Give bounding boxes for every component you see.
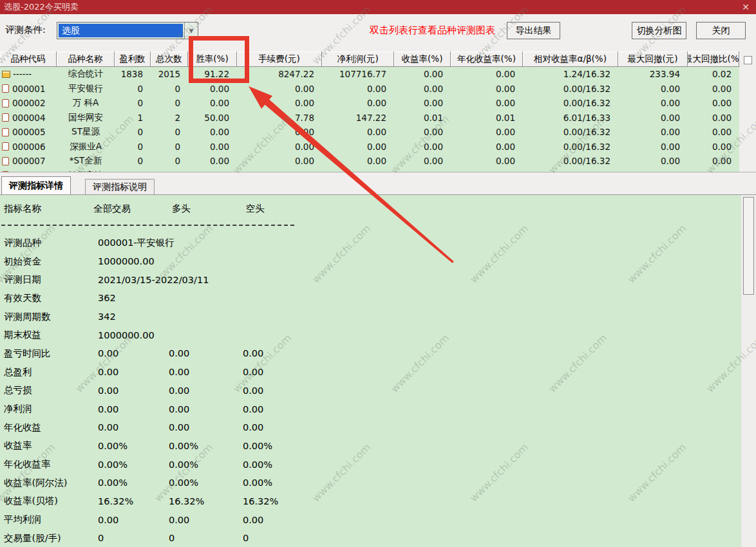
detail-row-label: 总盈利 — [0, 366, 93, 378]
table-cell: 7.78 — [237, 111, 322, 125]
close-button[interactable]: 关闭 — [696, 22, 746, 39]
detail-value: 0.00 — [238, 422, 309, 432]
detail-value: 0.00% — [93, 441, 164, 451]
tab-indicator-description[interactable]: 评测指标说明 — [85, 179, 155, 194]
detail-value: 0.00% — [164, 441, 238, 451]
table-cell: 233.94 — [618, 67, 688, 82]
detail-value: 0.00 — [238, 348, 309, 358]
table-cell: 0.00 — [237, 82, 322, 97]
table-cell: 0 — [115, 140, 151, 154]
vertical-scrollbar[interactable] — [741, 195, 756, 547]
detail-row-label: 年化收益 — [0, 422, 93, 434]
detail-value: 1000000.00 — [93, 256, 155, 266]
detail-row-label: 期末权益 — [0, 329, 93, 341]
table-cell: 0.00 — [618, 125, 688, 140]
window-title: 选股-2022今买明卖 — [4, 2, 79, 12]
table-cell: 0.00 — [237, 154, 322, 169]
table-cell: 0.00 — [237, 96, 322, 111]
column-header[interactable]: 品种名称 — [57, 51, 115, 67]
detail-value: 0 — [164, 533, 238, 543]
detail-value: 0.00% — [238, 459, 309, 470]
detail-value: 0.00% — [238, 477, 309, 488]
detail-row-label: 评测品种 — [0, 237, 93, 249]
column-header[interactable]: 品种代码 — [0, 51, 57, 67]
column-header[interactable]: 总次数 — [151, 51, 188, 67]
document-icon — [2, 84, 9, 93]
table-cell: 0 — [151, 140, 188, 154]
column-header[interactable]: 胜率(%) — [188, 51, 237, 67]
detail-value: 0 — [238, 533, 309, 543]
detail-row-label: 初始资金 — [0, 255, 93, 268]
table-cell: 国华网安 — [57, 111, 115, 125]
column-header[interactable]: 最大回撤(元) — [618, 51, 688, 67]
detail-row: 收益率0.00%0.00%0.00% — [0, 437, 741, 456]
table-row[interactable]: 000001平安银行000.000.000.000.000.000.00/16.… — [0, 82, 739, 97]
table-cell: 91.22 — [188, 67, 237, 82]
detail-value: 0.00 — [93, 404, 164, 414]
detail-row: 评测日期2021/03/15-2022/03/11 — [0, 270, 741, 289]
detail-header-row: 指标名称全部交易多头空头 — [0, 203, 741, 215]
detail-row-label: 盈亏时间比 — [0, 348, 93, 360]
table-cell: 1 — [115, 111, 151, 125]
table-row[interactable]: 000006深振业A000.000.000.000.000.000.00/16.… — [0, 140, 739, 154]
table-cell: *ST全新 — [57, 154, 115, 169]
table-cell: 147.22 — [322, 111, 394, 125]
detail-row-label: 净利润 — [0, 403, 93, 415]
export-results-button[interactable]: 导出结果 — [507, 22, 560, 39]
switch-analysis-chart-button[interactable]: 切换分析图 — [632, 22, 686, 39]
column-header[interactable]: 净利润(元) — [322, 51, 394, 67]
table-row[interactable]: 000005ST星源000.000.000.000.000.000.00/16.… — [0, 125, 739, 140]
table-row[interactable]: ------综合统计1838201591.228247.22107716.770… — [0, 67, 739, 82]
detail-value: 0.00% — [164, 459, 238, 470]
column-header[interactable]: 最大回撤比(%) — [688, 51, 739, 67]
detail-value: 0.00 — [93, 422, 164, 432]
table-cell: 0.00 — [188, 82, 237, 97]
column-config-checkbox[interactable] — [744, 56, 752, 64]
table-cell: 0.00 — [451, 125, 523, 140]
scrollbar-thumb[interactable] — [743, 197, 754, 295]
table-row[interactable]: 000004国华网安1250.007.78147.220.010.016.01/… — [0, 111, 739, 125]
window-close-icon[interactable]: ✕ — [742, 0, 750, 14]
detail-value: 0.00 — [93, 515, 164, 525]
detail-value: 2021/03/15-2022/03/11 — [93, 275, 209, 285]
chevron-down-icon[interactable]: ▼ — [184, 23, 198, 39]
table-cell: 0 — [151, 96, 188, 111]
column-header[interactable]: 相对收益率α/β(%) — [523, 51, 618, 67]
table-cell: 0.00/16.32 — [523, 154, 618, 169]
table-cell: 0.00 — [394, 96, 451, 111]
tab-indicator-details[interactable]: 评测指标详情 — [1, 176, 71, 194]
detail-value: 1000000.00 — [93, 330, 155, 340]
detail-value: 0.00 — [164, 422, 238, 432]
column-header[interactable]: 盈利数 — [115, 51, 151, 67]
detail-row: 交易量(股/手)000 — [0, 529, 741, 547]
condition-combobox[interactable]: 选股 ▼ — [57, 22, 198, 39]
table-cell: 0.00 — [237, 125, 322, 140]
document-icon — [2, 113, 9, 122]
table-cell: 0.01 — [451, 111, 523, 125]
detail-row: 评测周期数342 — [0, 308, 741, 326]
table-row[interactable]: 000007*ST全新000.000.000.000.000.000.00/16… — [0, 154, 739, 169]
table-cell: 深振业A — [57, 140, 115, 154]
code-text: 000002 — [12, 98, 46, 108]
detail-row-label: 收益率(阿尔法) — [0, 477, 93, 489]
table-row[interactable]: 000002万 科A000.000.000.000.000.000.00/16.… — [0, 96, 739, 111]
evaluation-window: 选股-2022今买明卖 ✕ 评测条件: 选股 ▼ 双击列表行查看品种评测图表 导… — [0, 0, 756, 547]
table-cell: 万 科A — [57, 96, 115, 111]
column-header[interactable]: 手续费(元) — [237, 51, 322, 67]
document-icon — [2, 128, 9, 136]
detail-value: 16.32% — [164, 496, 238, 506]
column-header[interactable]: 年化收益率(%) — [451, 51, 523, 67]
detail-row: 初始资金1000000.00 — [0, 252, 741, 271]
detail-value: 0 — [93, 533, 164, 543]
detail-row: 平均利润0.000.000.00 — [0, 510, 741, 529]
double-click-hint-text: 双击列表行查看品种评测图表 — [370, 24, 495, 37]
detail-value: 0.00 — [238, 367, 309, 377]
table-cell: 107716.77 — [322, 67, 394, 82]
table-cell: 平安银行 — [57, 82, 115, 97]
column-header[interactable]: 收益率(%) — [394, 51, 451, 67]
table-cell: ST星源 — [57, 125, 115, 140]
detail-row: 净利润0.000.000.00 — [0, 400, 741, 418]
table-cell: 0.00 — [618, 96, 688, 111]
detail-value: 0.00% — [164, 477, 238, 488]
results-table-header: 品种代码品种名称盈利数总次数胜率(%)手续费(元)净利润(元)收益率(%)年化收… — [0, 51, 739, 67]
